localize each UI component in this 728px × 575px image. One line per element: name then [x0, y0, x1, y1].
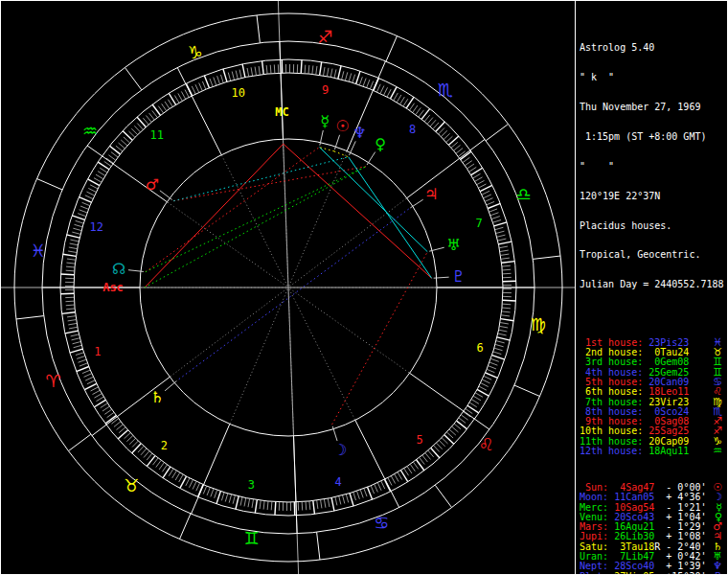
degree-tick	[436, 122, 445, 131]
degree-tick	[492, 219, 501, 222]
house-cusp-line	[407, 139, 485, 197]
planet-glyph: ♄	[150, 388, 164, 406]
degree-tick	[487, 201, 494, 204]
degree-tick	[159, 463, 164, 470]
degree-tick	[65, 301, 74, 302]
degree-tick	[137, 124, 143, 130]
degree-tick	[204, 76, 209, 88]
degree-tick	[163, 467, 171, 478]
aspect-line	[145, 167, 366, 288]
degree-tick	[465, 161, 471, 166]
degree-tick	[500, 323, 509, 324]
degree-tick	[494, 222, 507, 226]
degree-tick	[215, 490, 217, 497]
house-number: 10	[232, 86, 245, 100]
planet-glyph: ♂	[146, 175, 159, 194]
degree-tick	[503, 300, 516, 301]
degree-tick	[456, 149, 463, 154]
planet-glyph: ☽	[333, 441, 347, 459]
degree-tick	[80, 363, 87, 366]
degree-tick	[499, 330, 508, 332]
chart-name-2: " "	[580, 162, 727, 172]
degree-tick	[461, 151, 471, 159]
degree-tick	[359, 77, 362, 84]
degree-tick	[502, 311, 511, 312]
planet-glyph: ♀	[375, 135, 386, 153]
degree-tick	[216, 492, 220, 504]
zodiac-sign-glyph: ♓	[31, 241, 46, 261]
degree-tick	[430, 120, 436, 126]
degree-tick	[116, 146, 123, 151]
degree-tick	[375, 484, 378, 492]
degree-tick	[98, 162, 109, 170]
degree-tick	[353, 75, 355, 83]
degree-tick	[489, 209, 497, 212]
degree-tick	[210, 79, 213, 86]
degree-tick	[137, 117, 146, 126]
degree-tick	[189, 480, 193, 488]
degree-tick	[416, 107, 421, 114]
degree-tick	[92, 390, 100, 394]
zodiac-sign-glyph: ♉	[124, 475, 139, 495]
planet-pointer	[165, 381, 176, 391]
degree-tick	[441, 130, 446, 136]
degree-tick	[353, 492, 356, 500]
degree-tick	[398, 472, 402, 480]
degree-tick	[79, 359, 86, 362]
house-cusp-line	[294, 436, 298, 534]
degree-tick	[132, 441, 138, 447]
degree-tick	[486, 373, 498, 379]
degree-tick	[199, 83, 203, 91]
degree-tick	[104, 409, 111, 414]
zodiac-sign-glyph: ♒	[82, 121, 98, 141]
degree-tick	[346, 494, 348, 503]
degree-tick	[67, 259, 76, 260]
degree-tick	[266, 65, 267, 74]
degree-tick	[309, 501, 310, 510]
house-cusp-line	[410, 373, 489, 429]
planet-glyph: ☊	[112, 260, 125, 278]
chart-header: Astrolog 5.40 " k " Thu November 27, 196…	[576, 21, 727, 310]
degree-tick	[119, 143, 125, 149]
house-cusp-line	[92, 377, 170, 435]
degree-tick	[439, 127, 444, 133]
degree-tick	[72, 232, 80, 234]
degree-tick	[473, 396, 481, 401]
degree-tick	[394, 93, 398, 101]
chart-date: Thu November 27, 1969	[580, 103, 727, 112]
degree-tick	[488, 203, 500, 208]
degree-tick	[484, 195, 491, 198]
planet-pointer	[434, 277, 449, 278]
degree-tick	[68, 323, 77, 325]
degree-tick	[489, 362, 497, 365]
degree-tick	[339, 496, 341, 505]
degree-tick	[449, 429, 456, 435]
degree-tick	[82, 370, 90, 373]
degree-tick	[409, 104, 414, 110]
degree-tick	[102, 406, 109, 411]
degree-tick	[114, 422, 121, 427]
degree-tick	[407, 467, 412, 473]
degree-tick	[464, 412, 470, 417]
degree-tick	[220, 75, 223, 83]
degree-tick	[185, 90, 189, 98]
degree-tick	[381, 481, 385, 489]
degree-tick	[425, 453, 431, 460]
degree-tick	[202, 81, 205, 89]
degree-tick	[251, 67, 253, 76]
degree-tick	[499, 326, 508, 328]
degree-tick	[132, 444, 142, 453]
degree-tick	[119, 427, 125, 433]
zodiac-sign-glyph: ♎	[515, 184, 531, 204]
info-panel: Astrolog 5.40 " k " Thu November 27, 196…	[575, 1, 727, 574]
aspect-line	[332, 252, 428, 425]
degree-tick	[305, 65, 306, 74]
degree-tick	[68, 320, 77, 321]
degree-tick	[94, 394, 102, 398]
planet-pointer	[367, 152, 375, 165]
degree-tick	[308, 65, 309, 74]
degree-tick	[444, 133, 450, 139]
degree-tick	[410, 464, 415, 471]
chart-name: " k "	[580, 73, 727, 82]
zodiac-type: Tropical, Geocentric.	[580, 250, 727, 260]
